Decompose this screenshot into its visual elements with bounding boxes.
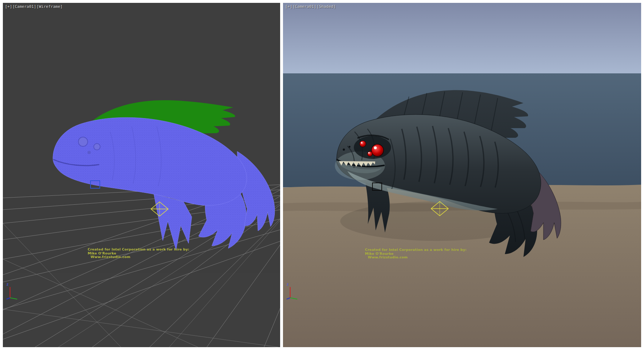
nostril bbox=[349, 146, 351, 148]
wireframe-scene[interactable] bbox=[3, 3, 280, 347]
viewport-wireframe[interactable]: [+] [Camera01] [Wireframe] bbox=[3, 3, 280, 347]
axis-z-label: z bbox=[287, 282, 289, 286]
eye-highlight bbox=[361, 142, 362, 144]
viewport-label-left: [+] [Camera01] [Wireframe] bbox=[5, 4, 63, 9]
watermark-credit: Created for Intel Corporation as a work … bbox=[88, 248, 189, 259]
fish-spot bbox=[88, 151, 91, 154]
viewport-camera-label[interactable]: [Camera01] bbox=[13, 4, 36, 9]
red-eye-medium bbox=[360, 141, 366, 147]
viewport-shaded[interactable]: [+] [Camera01] [Shaded] bbox=[283, 3, 641, 347]
red-eye-small bbox=[367, 151, 372, 156]
watermark-credit: Created for Intel Corporation as a work … bbox=[365, 248, 467, 259]
viewport-menu-button[interactable]: [+] bbox=[285, 4, 292, 9]
eye-highlight bbox=[374, 146, 377, 149]
eye-highlight bbox=[368, 152, 370, 154]
shaded-scene[interactable] bbox=[283, 3, 641, 347]
axis-z-label: z bbox=[6, 282, 9, 286]
viewport-splitter[interactable] bbox=[280, 0, 283, 350]
fish-eye-small bbox=[94, 144, 100, 150]
nostril bbox=[343, 149, 345, 151]
viewport-shading-label[interactable]: [Wireframe] bbox=[36, 4, 63, 9]
sky bbox=[283, 3, 641, 74]
watermark-line1: Created for Intel Corporation as a work … bbox=[365, 248, 467, 252]
viewport-menu-button[interactable]: [+] bbox=[5, 4, 12, 9]
world-axis-gizmo: z bbox=[286, 282, 302, 300]
viewport-label-right: [+] [Camera01] [Shaded] bbox=[285, 4, 336, 9]
world-axis-gizmo: z bbox=[6, 282, 22, 300]
dual-viewport-stage: [+] [Camera01] [Wireframe] bbox=[0, 0, 644, 350]
watermark-line1: Created for Intel Corporation as a work … bbox=[88, 248, 189, 252]
viewport-shading-label[interactable]: [Shaded] bbox=[317, 4, 336, 9]
watermark-line3: Www.frizstudio.com bbox=[88, 255, 189, 259]
viewport-camera-label[interactable]: [Camera01] bbox=[293, 4, 316, 9]
watermark-line3: Www.frizstudio.com bbox=[365, 256, 467, 259]
red-eye-large bbox=[371, 144, 384, 156]
fish-eye bbox=[78, 137, 88, 146]
